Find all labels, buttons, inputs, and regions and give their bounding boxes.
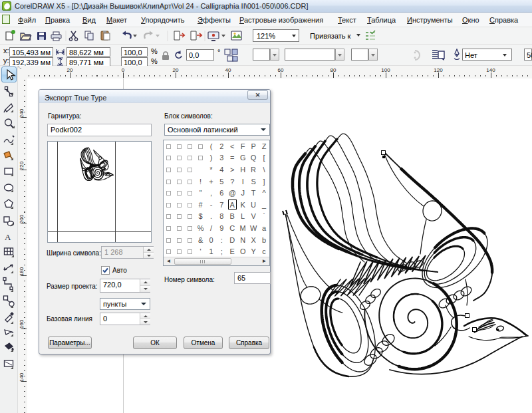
svg-text:A: A xyxy=(5,232,11,242)
